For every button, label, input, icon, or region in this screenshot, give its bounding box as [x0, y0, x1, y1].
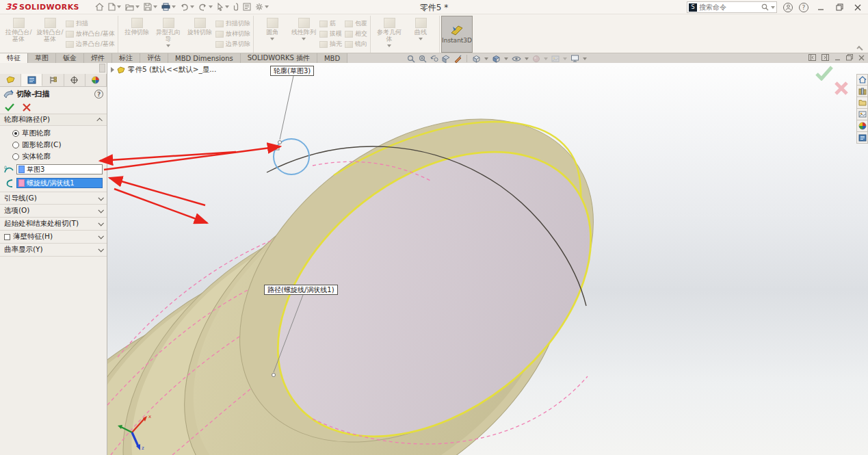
revolved-cut-button[interactable]: 旋转切除 [184, 16, 215, 53]
view-settings-caret-icon[interactable] [583, 57, 587, 60]
flyout-feature-tree[interactable]: 零件5 (默认<<默认>_显... [111, 65, 216, 75]
edit-appearance-icon[interactable] [532, 55, 540, 63]
feature-manager-tab[interactable] [0, 74, 21, 86]
appearances-button[interactable] [856, 120, 868, 132]
select-button[interactable] [215, 2, 231, 12]
zoom-to-area-icon[interactable] [419, 55, 427, 63]
home-tab-button[interactable] [856, 74, 868, 86]
model-canvas[interactable] [107, 63, 865, 455]
hide-show-items-icon[interactable] [512, 55, 521, 62]
swept-cut-button[interactable]: 扫描切除 [215, 18, 250, 29]
wrap-button[interactable]: 包覆 [345, 18, 367, 29]
redo-button[interactable] [197, 3, 214, 12]
help-button[interactable]: ? [799, 3, 808, 12]
thin-feature-section[interactable]: 薄壁特征(H) [0, 231, 107, 244]
search-input[interactable] [699, 3, 759, 11]
attachment-button[interactable] [232, 2, 240, 12]
curves-button[interactable]: 曲线 [405, 16, 436, 53]
linear-pattern-button[interactable]: 线性阵列 [288, 16, 319, 53]
view-settings-icon[interactable] [570, 55, 579, 62]
fillet-button[interactable]: 圆角 [257, 16, 288, 53]
confirm-corner-cancel-icon[interactable] [834, 81, 849, 96]
doc-close-icon[interactable] [858, 54, 865, 63]
hide-show-items-caret-icon[interactable] [525, 57, 529, 60]
guide-curves-section[interactable]: 引导线(G) [0, 192, 107, 205]
hole-wizard-caret-icon[interactable] [166, 44, 170, 47]
tab-annotation[interactable]: 标注 [112, 53, 140, 63]
select-caret-icon[interactable] [225, 5, 229, 8]
radio-solid-profile[interactable]: 实体轮廓 [0, 151, 107, 162]
home-button[interactable] [94, 2, 105, 12]
save-caret-icon[interactable] [153, 5, 157, 8]
tab-mbd[interactable]: MBD [317, 53, 347, 63]
search-scope-caret-icon[interactable] [771, 6, 775, 9]
radio-circular-profile[interactable]: 圆形轮廓(C) [0, 139, 107, 151]
undo-button[interactable] [179, 3, 196, 12]
view-palette-button[interactable] [856, 109, 868, 120]
reference-geometry-button[interactable]: 参考几何体 [373, 16, 405, 53]
design-library-button[interactable] [856, 86, 868, 97]
search-magnifier-icon[interactable] [761, 3, 769, 11]
print-button[interactable] [160, 2, 177, 12]
section-view-icon[interactable] [442, 55, 450, 63]
help-icon[interactable]: ? [94, 90, 103, 99]
annotation-views-icon[interactable] [453, 55, 462, 63]
boundary-boss-button[interactable]: 边界凸台/基体 [66, 39, 115, 49]
feature-statistics-button[interactable] [241, 2, 252, 12]
file-explorer-button[interactable] [856, 97, 868, 109]
instant3d-button[interactable]: Instant3D [441, 16, 473, 53]
custom-properties-button[interactable] [856, 132, 868, 144]
restore-button[interactable] [833, 3, 845, 12]
display-manager-tab[interactable] [86, 74, 107, 86]
apply-scene-caret-icon[interactable] [563, 57, 567, 60]
cancel-button[interactable] [23, 103, 31, 112]
curves-caret-icon[interactable] [419, 38, 423, 40]
previous-view-icon[interactable] [430, 55, 438, 62]
swept-boss-button[interactable]: 扫描 [66, 18, 115, 29]
profile-path-section-header[interactable]: 轮廓和路径(P) [0, 114, 107, 126]
boundary-cut-button[interactable]: 边界切除 [215, 39, 250, 49]
property-manager-tab[interactable] [21, 74, 42, 86]
options-section[interactable]: 选项(O) [0, 205, 107, 218]
tab-solidworks-addins[interactable]: SOLIDWORKS 插件 [241, 53, 317, 63]
revolved-boss-button[interactable]: 旋转凸台/基体 [34, 16, 66, 53]
dimxpert-manager-tab[interactable] [64, 74, 86, 86]
doc-restore-icon[interactable] [846, 54, 853, 63]
profile-selection-field[interactable]: 草图3 [16, 164, 103, 174]
redo-caret-icon[interactable] [209, 5, 213, 8]
shell-button[interactable]: 抽壳 [319, 39, 342, 49]
configuration-manager-tab[interactable] [42, 74, 64, 86]
extruded-cut-button[interactable]: 拉伸切除 [121, 16, 153, 53]
edit-appearance-caret-icon[interactable] [544, 57, 548, 60]
login-button[interactable] [783, 3, 793, 12]
reference-geometry-caret-icon[interactable] [387, 44, 391, 47]
display-style-caret-icon[interactable] [504, 57, 508, 60]
save-button[interactable] [142, 2, 159, 12]
thin-feature-checkbox[interactable] [4, 234, 10, 240]
open-button[interactable] [124, 3, 141, 12]
options-caret-icon[interactable] [265, 5, 269, 8]
minimize-button[interactable] [815, 3, 827, 12]
tab-features[interactable]: 特征 [0, 53, 28, 63]
lofted-cut-button[interactable]: 放样切除 [215, 29, 250, 39]
radio-sketch-profile[interactable]: 草图轮廓 [0, 127, 107, 139]
graphics-viewport[interactable]: 零件5 (默认<<默认>_显... 轮廓(草图3) 路径(螺旋线/涡状线1) x… [107, 63, 868, 455]
path-selection-field[interactable]: 螺旋线/涡状线1 [16, 178, 103, 188]
undo-caret-icon[interactable] [190, 5, 194, 8]
tab-sketch[interactable]: 草图 [28, 53, 56, 63]
extruded-boss-button[interactable]: 拉伸凸台/基体 [3, 16, 34, 53]
mirror-button[interactable]: 镜向 [345, 39, 367, 49]
tab-sheet-metal[interactable]: 钣金 [56, 53, 84, 63]
display-style-icon[interactable] [492, 55, 501, 63]
panel-scroll-nub[interactable] [99, 64, 105, 73]
open-caret-icon[interactable] [135, 5, 140, 8]
intersect-button[interactable]: 相交 [345, 29, 367, 39]
view-orientation-icon[interactable] [472, 55, 481, 63]
draft-button[interactable]: 拔模 [319, 29, 342, 39]
linear-pattern-caret-icon[interactable] [302, 38, 306, 40]
new-document-caret-icon[interactable] [117, 5, 121, 8]
path-callout[interactable]: 路径(螺旋线/涡状线1) [264, 285, 338, 295]
previous-document-icon[interactable] [808, 54, 816, 63]
doc-minimize-icon[interactable] [834, 54, 841, 63]
curvature-display-section[interactable]: 曲率显示(Y) [0, 244, 107, 257]
